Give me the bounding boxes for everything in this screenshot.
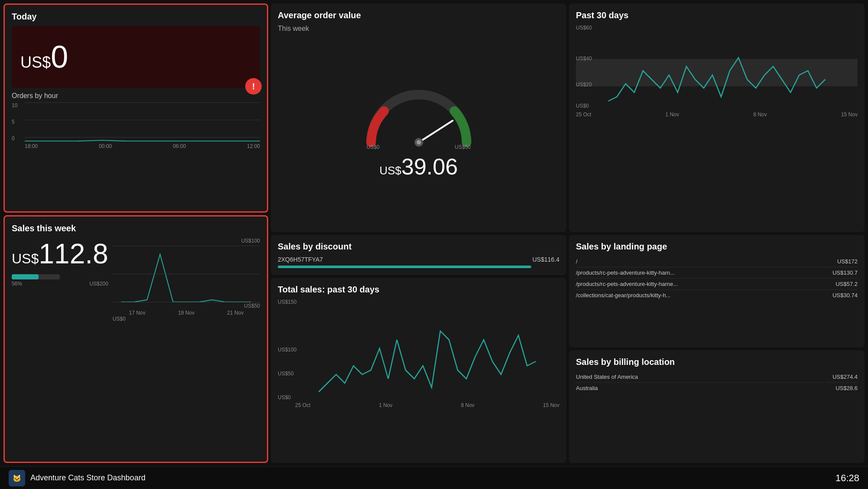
landing-value-3: US$30.74: [832, 292, 858, 299]
discount-bar: [278, 266, 531, 268]
landing-list: / US$172 /products/rc-pets-adventure-kit…: [576, 256, 858, 301]
week-y50: US$50: [112, 303, 260, 309]
past30-y60: US$60: [576, 25, 858, 31]
gauge-min: US$0: [367, 144, 380, 150]
footer-time: 16:28: [835, 473, 859, 484]
past30-chart-area: US$40 US$20 US$0: [576, 32, 858, 110]
billing-item-1: Australia US$28.6: [576, 383, 858, 394]
footer-title: Adventure Cats Store Dashboard: [30, 473, 145, 482]
discount-value: US$116.4: [533, 256, 559, 263]
ts-y0: US$0: [278, 394, 291, 400]
billing-label-1: Australia: [576, 385, 598, 391]
gauge-currency: US$: [379, 164, 401, 177]
total-sales-title: Total sales: past 30 days: [278, 285, 559, 295]
orders-chart-inner: 18:00 00:00 06:00 12:00: [25, 102, 260, 149]
past30-card: Past 30 days US$60 US$40 US$20 US$0 25 O…: [569, 3, 865, 232]
week-chart-container: US$112.8 56% US$200 US$100: [12, 238, 260, 322]
week-currency: US$: [12, 251, 39, 266]
discount-items: 2XQ6H57TFYA7 US$116.4: [278, 256, 559, 268]
list-item: /products/rc-pets-adventure-kitty-harn..…: [576, 267, 858, 279]
progress-bar-bg: [12, 274, 60, 279]
progress-bar-container: 56% US$200: [12, 274, 108, 287]
avg-order-title: Average order value: [278, 10, 559, 20]
week-x-labels: 17 Nov 19 Nov 21 Nov: [112, 310, 260, 316]
landing-value-2: US$57.2: [835, 281, 858, 287]
today-number: 0: [51, 39, 68, 74]
past30-y0: US$0: [576, 103, 589, 109]
orders-by-hour-title: Orders by hour: [12, 92, 260, 100]
week-y0: US$0: [112, 316, 260, 322]
gauge-number: 39.06: [401, 154, 458, 179]
billing-list: United States of America US$274.4 Austra…: [576, 371, 858, 394]
today-value-box: US$0 !: [12, 26, 260, 88]
past30-chart: US$60 US$40 US$20 US$0 25 Oct 1 Nov 8 No…: [576, 25, 858, 118]
footer-logo: 🐱: [9, 470, 25, 486]
left-column: Today US$0 ! Orders by hour 10 5 0: [3, 3, 268, 463]
avg-order-subtitle: This week: [278, 25, 559, 33]
progress-pct: 56%: [12, 281, 22, 287]
total-sales-svg: [295, 305, 559, 400]
ts-y50: US$50: [278, 371, 294, 377]
billing-item-0: United States of America US$274.4: [576, 371, 858, 383]
total-sales-area: US$100 US$50 US$0: [278, 305, 559, 400]
alert-icon: !: [245, 78, 262, 95]
week-chart-area: [112, 246, 260, 302]
discount-item: 2XQ6H57TFYA7 US$116.4: [278, 256, 559, 263]
orders-y-labels: 10 5 0: [12, 102, 17, 141]
landing-value-1: US$130.7: [832, 269, 858, 276]
billing-title: Sales by billing location: [576, 357, 858, 367]
ts-y100b: US$100: [278, 347, 296, 353]
past30-title: Past 30 days: [576, 10, 858, 20]
progress-bar-fill: [12, 274, 39, 279]
orders-by-hour-chart: 10 5 0 18:00 00:00 06:00: [12, 102, 260, 150]
today-currency: US$: [20, 53, 51, 71]
list-item: / US$172: [576, 256, 858, 267]
list-item: /products/rc-pets-adventure-kitty-harne.…: [576, 279, 858, 290]
progress-target: US$200: [89, 281, 108, 287]
progress-labels: 56% US$200: [12, 281, 108, 287]
right-col: Sales by landing page / US$172 /products…: [569, 235, 865, 463]
ts-y150: US$150: [278, 299, 559, 305]
past30-x-labels: 25 Oct 1 Nov 8 Nov 15 Nov: [576, 112, 858, 118]
sales-week-card: Sales this week US$112.8 56% US$200: [3, 215, 268, 463]
today-card: Today US$0 ! Orders by hour 10 5 0: [3, 3, 268, 213]
past30-y40: US$40: [576, 56, 592, 62]
landing-value-0: US$172: [837, 258, 858, 265]
orders-svg: [25, 102, 260, 141]
past30-svg: [576, 32, 858, 110]
ts-x-labels: 25 Oct 1 Nov 8 Nov 15 Nov: [278, 402, 559, 408]
svg-text:🐱: 🐱: [13, 474, 21, 482]
billing-value-1: US$28.6: [835, 385, 858, 391]
week-value: US$112.8: [12, 238, 108, 270]
today-value: US$0: [20, 39, 251, 75]
week-number: 112.8: [39, 238, 108, 269]
sales-discount-title: Sales by discount: [278, 242, 559, 252]
footer-left: 🐱 Adventure Cats Store Dashboard: [9, 470, 145, 486]
gauge-value: US$39.06: [358, 154, 480, 180]
week-right: US$100 US$50 17 Nov 19 Nov 21 Nov: [112, 238, 260, 322]
orders-x-labels: 18:00 00:00 06:00 12:00: [25, 143, 260, 149]
landing-title: Sales by landing page: [576, 242, 858, 252]
sales-week-title: Sales this week: [12, 223, 260, 233]
avg-order-card: Average order value This week: [271, 3, 566, 232]
center-bottom: Sales by discount 2XQ6H57TFYA7 US$116.4 …: [271, 235, 566, 463]
landing-label-1: /products/rc-pets-adventure-kitty-harn..…: [576, 269, 675, 276]
landing-card: Sales by landing page / US$172 /products…: [569, 235, 865, 348]
logo-icon: 🐱: [11, 472, 23, 484]
landing-label-0: /: [576, 258, 578, 265]
today-title: Today: [12, 12, 260, 22]
past30-y20: US$20: [576, 82, 592, 88]
gauge-area: US$0 US$50 US$39.06: [278, 36, 559, 225]
svg-line-0: [419, 121, 453, 142]
total-sales-chart: US$150 US$100 US$50 US$0 25 Oct 1 Nov 8 …: [278, 299, 559, 408]
gauge-max: US$50: [455, 144, 471, 150]
footer: 🐱 Adventure Cats Store Dashboard 16:28: [0, 466, 868, 489]
list-item: /collections/cat-gear/products/kitty-h..…: [576, 290, 858, 301]
gauge-container: US$0 US$50 US$39.06: [358, 82, 480, 180]
billing-label-0: United States of America: [576, 374, 638, 380]
total-sales-card: Total sales: past 30 days US$150 US$100 …: [271, 278, 566, 463]
billing-card: Sales by billing location United States …: [569, 350, 865, 463]
discount-code: 2XQ6H57TFYA7: [278, 256, 323, 263]
gauge-svg: [358, 82, 480, 151]
landing-label-2: /products/rc-pets-adventure-kitty-harne.…: [576, 281, 678, 287]
